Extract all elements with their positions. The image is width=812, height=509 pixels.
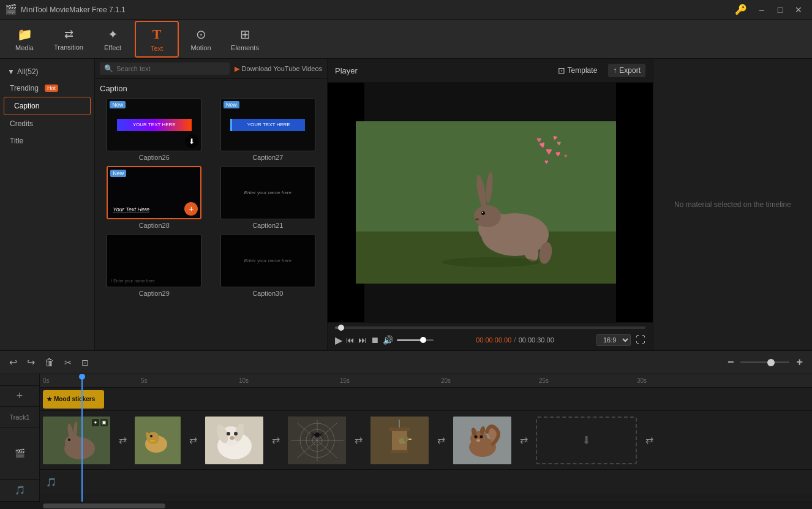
tool-transition[interactable]: ⇄ Transition: [47, 21, 91, 58]
titlebar: 🎬 MiniTool MovieMaker Free 7.1.1 🔑 – □ ✕: [0, 0, 812, 20]
timeline-scrollbar[interactable]: [0, 502, 812, 509]
caption-thumb-extra2: Enter your name here: [220, 234, 315, 287]
progress-thumb: [338, 325, 344, 331]
sidebar-caption-label: Caption: [14, 102, 39, 110]
video-track-icon[interactable]: 🎬: [15, 448, 25, 458]
search-input-wrap[interactable]: 🔍: [100, 62, 230, 75]
undo-button[interactable]: ↩: [6, 355, 20, 370]
mood-sticker-clip[interactable]: ★ Mood stickers: [43, 390, 104, 409]
fullscreen-button[interactable]: ⛶: [636, 334, 645, 345]
caption-item-27[interactable]: YOUR TEXT HERE New Caption27: [214, 98, 323, 161]
header-actions: ⊡ Template ↑ Export: [553, 64, 645, 77]
tool-motion[interactable]: ⊙ Motion: [179, 21, 223, 58]
caption-item-26[interactable]: YOUR TEXT HERE New ⬇ Caption26: [100, 98, 209, 161]
caption-item-21[interactable]: Enter your name here Caption21: [214, 166, 323, 229]
transition-1[interactable]: ⇄: [110, 434, 135, 446]
sidebar-trending-label: Trending: [10, 84, 39, 92]
right-panel: No material selected on the timeline: [653, 59, 812, 350]
svg-point-35: [234, 432, 238, 435]
crop-button[interactable]: ⊡: [78, 356, 92, 369]
delete-button[interactable]: 🗑: [42, 355, 58, 370]
video-clip-4[interactable]: [288, 417, 346, 464]
aspect-ratio-select[interactable]: 16:9 9:16 1:1 4:3: [596, 334, 631, 346]
search-input[interactable]: [116, 65, 225, 72]
close-button[interactable]: ✕: [790, 4, 807, 16]
ruler-30s: 30s: [637, 377, 647, 384]
caption26-label: Caption26: [139, 154, 170, 161]
timeline-content: + Track1 🎬 🎵 0s 5s 10s 15s 20s: [0, 374, 812, 502]
sidebar-category-all[interactable]: ▼ All(52): [0, 64, 94, 80]
hot-badge: Hot: [45, 85, 58, 92]
sidebar-credits-label: Credits: [10, 119, 33, 128]
caption-item-extra2[interactable]: Enter your name here Caption30: [214, 234, 323, 297]
tool-media[interactable]: 📁 Media: [2, 21, 47, 58]
tool-text[interactable]: T Text: [135, 21, 179, 58]
key-icon[interactable]: 🔑: [735, 4, 747, 15]
video-clip-placeholder[interactable]: ⬇: [536, 417, 637, 464]
progress-bar[interactable]: [335, 326, 645, 329]
volume-icon[interactable]: 🔊: [383, 335, 393, 345]
stop-button[interactable]: ⏹: [370, 335, 379, 345]
transition-2[interactable]: ⇄: [181, 434, 205, 446]
player-header: Player ⊡ Template ↑ Export: [328, 59, 653, 83]
tool-effect[interactable]: ✦ Effect: [91, 21, 135, 58]
zoom-slider[interactable]: [740, 361, 789, 363]
svg-text:♥: ♥: [564, 153, 568, 159]
sidebar-item-credits[interactable]: Credits: [0, 115, 94, 132]
svg-rect-59: [408, 439, 412, 440]
video-clip-5[interactable]: [370, 417, 429, 464]
zoom-out-button[interactable]: −: [724, 354, 737, 371]
player-area: Player ⊡ Template ↑ Export ♥ ♥: [328, 59, 653, 350]
caption-thumb-extra1: / Enter your name here: [107, 234, 201, 287]
video-clip-1[interactable]: ● ▣: [43, 417, 110, 464]
volume-slider[interactable]: [397, 339, 434, 341]
transition-4[interactable]: ⇄: [346, 434, 370, 446]
add-track-button[interactable]: +: [17, 390, 23, 402]
cut-button[interactable]: ✂: [61, 356, 75, 369]
tool-motion-label: Motion: [190, 44, 211, 51]
youtube-icon: ▶: [235, 65, 239, 73]
audio-track-label: 🎵: [0, 480, 39, 502]
clip4-svg: [288, 417, 346, 464]
minimize-button[interactable]: –: [753, 4, 770, 16]
export-button[interactable]: ↑ Export: [608, 64, 645, 77]
svg-point-27: [150, 435, 152, 437]
caption-item-extra1[interactable]: / Enter your name here Caption29: [100, 234, 209, 297]
transition-6[interactable]: ⇄: [511, 434, 536, 446]
caption-item-28[interactable]: Your Text Here New + Caption28: [100, 166, 209, 229]
video-clip-6[interactable]: [453, 417, 511, 464]
video-clip-3[interactable]: [205, 417, 263, 464]
redo-button[interactable]: ↪: [24, 355, 38, 370]
controls-right: 16:9 9:16 1:1 4:3 ⛶: [596, 334, 645, 346]
motion-icon: ⊙: [196, 27, 206, 42]
svg-point-67: [476, 439, 480, 442]
skip-forward-button[interactable]: ⏭: [358, 335, 367, 345]
time-current: 00:00:00.00: [476, 336, 511, 344]
transition-5[interactable]: ⇄: [429, 434, 453, 446]
sidebar-item-caption[interactable]: Caption: [4, 97, 91, 115]
add-track-area: +: [0, 386, 39, 406]
text-icon: T: [152, 26, 162, 42]
transition-icon: ⇄: [64, 28, 73, 41]
svg-point-10: [482, 212, 483, 213]
tool-elements[interactable]: ⊞ Elements: [223, 21, 267, 58]
caption26-text: YOUR TEXT HERE: [117, 119, 192, 131]
transition-7[interactable]: ⇄: [637, 434, 661, 446]
caption-thumb-28: Your Text Here New +: [107, 166, 201, 219]
audio-track-icon[interactable]: 🎵: [15, 485, 25, 495]
maximize-button[interactable]: □: [772, 4, 789, 16]
zoom-in-button[interactable]: +: [793, 354, 806, 371]
tool-effect-label: Effect: [104, 44, 121, 51]
player-video: ♥ ♥ ♥ ♥: [328, 83, 653, 322]
template-button[interactable]: ⊡ Template: [553, 64, 603, 77]
sidebar-item-title[interactable]: Title: [0, 132, 94, 149]
video-clip-2[interactable]: [135, 417, 181, 464]
skip-back-button[interactable]: ⏮: [346, 335, 355, 345]
youtube-download-button[interactable]: ▶ Download YouTube Videos: [235, 65, 323, 73]
play-button[interactable]: ▶: [335, 334, 342, 346]
timeline-playhead[interactable]: [81, 374, 83, 502]
new-badge-26: New: [110, 101, 126, 108]
toolbar: 📁 Media ⇄ Transition ✦ Effect T Text ⊙ M…: [0, 20, 812, 59]
transition-3[interactable]: ⇄: [263, 434, 288, 446]
sidebar-item-trending[interactable]: Trending Hot: [0, 80, 94, 97]
